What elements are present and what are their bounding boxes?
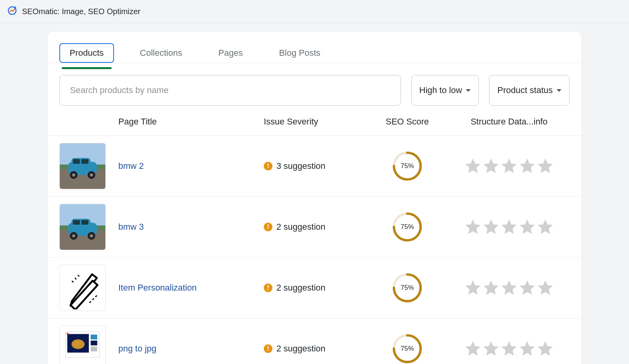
seo-score-ring: 75% [392,273,423,303]
product-title-link[interactable]: png to jpg [118,344,156,353]
svg-point-32 [72,339,85,349]
table-body: bmw 2 ! 3 suggestion 75% [48,136,581,364]
rating-stars[interactable] [449,218,570,236]
issue-severity-cell: ! 2 suggestion [264,222,366,232]
caret-down-icon [557,89,561,92]
table-header: Page Title Issue Severity SEO Score Stru… [48,110,581,136]
issue-severity-cell: ! 2 suggestion [264,283,366,293]
star-icon [464,157,482,175]
seo-score-ring: 75% [392,212,423,242]
tabs-bar: ProductsCollectionsPagesBlog Posts [48,31,581,63]
svg-point-23 [72,234,75,238]
tab-products[interactable]: Products [59,43,114,63]
svg-rect-20 [81,220,88,225]
product-thumbnail[interactable] [59,204,106,250]
star-icon [464,218,482,236]
star-icon [518,340,536,358]
status-filter-label: Product status [497,85,553,95]
tab-pages[interactable]: Pages [208,43,253,63]
star-icon [536,218,554,236]
issue-severity-cell: ! 2 suggestion [264,344,366,354]
star-icon [482,157,500,175]
col-structure-data: Structure Data...info [449,117,570,127]
seo-score-ring: 75% [392,151,423,181]
issue-label: 2 suggestion [276,283,326,293]
warning-icon: ! [264,223,272,231]
star-icon [482,279,500,297]
seo-score-ring: 75% [392,333,423,364]
product-thumbnail[interactable] [59,326,106,364]
svg-rect-34 [91,340,97,345]
star-icon [500,279,518,297]
star-icon [536,157,554,175]
col-issue-severity: Issue Severity [264,117,366,127]
rating-stars[interactable] [449,279,570,297]
col-seo-score: SEO Score [366,117,449,127]
warning-icon: ! [264,284,272,292]
star-icon [518,218,536,236]
svg-point-11 [90,174,93,177]
controls-row: High to low Product status [48,63,581,110]
star-icon [500,218,518,236]
app-title: SEOmatic: Image, SEO Optimizer [22,7,140,16]
table-row: bmw 2 ! 3 suggestion 75% [48,136,581,197]
sort-dropdown[interactable]: High to low [411,75,479,106]
svg-point-24 [90,234,93,238]
svg-rect-36 [67,333,69,335]
rating-stars[interactable] [449,157,570,175]
caret-down-icon [466,89,471,92]
app-header: SEOmatic: Image, SEO Optimizer [0,0,629,23]
svg-rect-7 [81,159,88,164]
issue-label: 3 suggestion [276,161,326,171]
tab-collections[interactable]: Collections [130,43,193,63]
tab-blog-posts[interactable]: Blog Posts [269,43,331,63]
star-icon [464,340,482,358]
product-title-link[interactable]: bmw 3 [118,222,144,232]
rating-stars[interactable] [449,340,570,358]
issue-label: 2 suggestion [276,222,326,232]
issue-label: 2 suggestion [276,344,326,354]
svg-rect-6 [73,159,80,164]
main-panel: ProductsCollectionsPagesBlog Posts High … [47,31,582,364]
star-icon [536,279,554,297]
star-icon [518,157,536,175]
star-icon [536,340,554,358]
product-thumbnail[interactable] [59,265,106,311]
issue-severity-cell: ! 3 suggestion [264,161,366,171]
product-title-link[interactable]: Item Personalization [118,283,197,293]
product-thumbnail[interactable] [59,143,106,189]
star-icon [464,279,482,297]
star-icon [500,157,518,175]
status-dropdown[interactable]: Product status [489,75,570,106]
star-icon [482,218,500,236]
table-row: png to jpg ! 2 suggestion 75% [48,318,581,364]
sort-label: High to low [419,85,462,95]
svg-rect-35 [91,347,97,351]
search-input[interactable] [59,75,401,106]
warning-icon: ! [264,344,272,353]
col-page-title: Page Title [118,117,264,127]
svg-point-10 [72,174,75,177]
table-row: bmw 3 ! 2 suggestion 75% [48,197,581,258]
app-logo-icon [7,5,17,17]
star-icon [500,340,518,358]
table-row: Item Personalization ! 2 suggestion 75% [48,258,581,318]
svg-rect-19 [73,220,80,225]
star-icon [482,340,500,358]
warning-icon: ! [264,162,272,170]
product-title-link[interactable]: bmw 2 [118,161,144,171]
svg-rect-33 [91,335,97,339]
star-icon [518,279,536,297]
